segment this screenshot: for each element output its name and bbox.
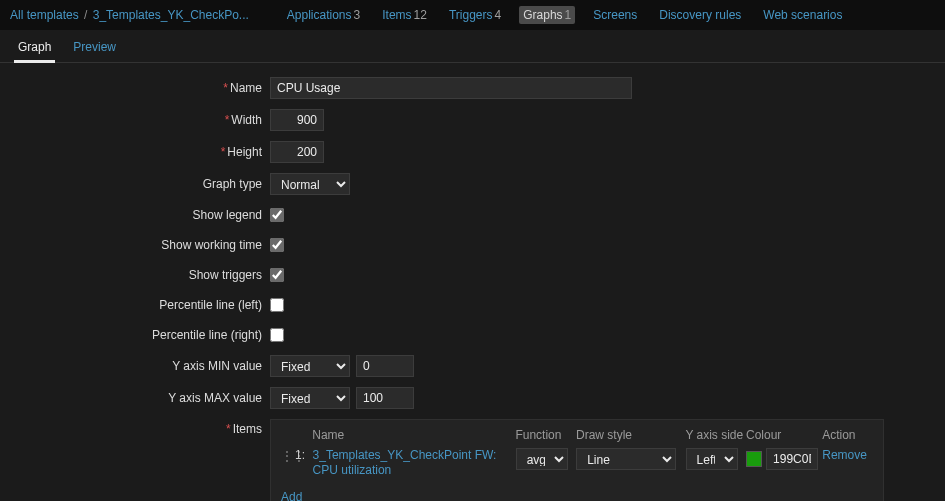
y-min-label: Y axis MIN value bbox=[14, 356, 270, 376]
items-head-name: Name bbox=[312, 428, 515, 442]
tabs: Graph Preview bbox=[0, 30, 945, 63]
width-label: *Width bbox=[14, 110, 270, 130]
item-name-link[interactable]: 3_Templates_YK_CheckPoint FW: CPU utiliz… bbox=[313, 448, 497, 477]
show-legend-checkbox[interactable] bbox=[270, 208, 284, 222]
percentile-left-label: Percentile line (left) bbox=[14, 295, 270, 315]
y-min-mode-select[interactable]: Fixed bbox=[270, 355, 350, 377]
nav-discovery-rules[interactable]: Discovery rules bbox=[655, 6, 745, 24]
graph-form: *Name *Width *Height Graph type Normal S… bbox=[0, 63, 945, 501]
top-nav: All templates / 3_Templates_YK_CheckPo..… bbox=[0, 0, 945, 30]
items-head-draw: Draw style bbox=[576, 428, 685, 442]
item-colour-input[interactable] bbox=[766, 448, 818, 470]
nav-graphs[interactable]: Graphs1 bbox=[519, 6, 575, 24]
name-input[interactable] bbox=[270, 77, 632, 99]
height-input[interactable] bbox=[270, 141, 324, 163]
item-row: ⋮⋮ 1: 3_Templates_YK_CheckPoint FW: CPU … bbox=[281, 448, 873, 478]
name-label: *Name bbox=[14, 78, 270, 98]
graph-type-select[interactable]: Normal bbox=[270, 173, 350, 195]
y-max-label: Y axis MAX value bbox=[14, 388, 270, 408]
y-min-input[interactable] bbox=[356, 355, 414, 377]
y-max-mode-select[interactable]: Fixed bbox=[270, 387, 350, 409]
show-working-time-label: Show working time bbox=[14, 235, 270, 255]
percentile-left-checkbox[interactable] bbox=[270, 298, 284, 312]
show-legend-label: Show legend bbox=[14, 205, 270, 225]
percentile-right-checkbox[interactable] bbox=[270, 328, 284, 342]
items-header: Name Function Draw style Y axis side Col… bbox=[281, 428, 873, 442]
item-add-link[interactable]: Add bbox=[281, 490, 302, 501]
graph-type-label: Graph type bbox=[14, 174, 270, 194]
item-colour-swatch[interactable] bbox=[746, 451, 762, 467]
y-max-input[interactable] bbox=[356, 387, 414, 409]
tab-graph[interactable]: Graph bbox=[14, 34, 55, 63]
item-drawstyle-select[interactable]: Line bbox=[576, 448, 676, 470]
show-triggers-checkbox[interactable] bbox=[270, 268, 284, 282]
tab-preview[interactable]: Preview bbox=[69, 34, 120, 62]
drag-handle-icon[interactable]: ⋮⋮ bbox=[281, 448, 295, 464]
nav-screens[interactable]: Screens bbox=[589, 6, 641, 24]
items-panel: Name Function Draw style Y axis side Col… bbox=[270, 419, 884, 501]
items-head-action: Action bbox=[822, 428, 873, 442]
percentile-right-label: Percentile line (right) bbox=[14, 325, 270, 345]
nav-triggers[interactable]: Triggers4 bbox=[445, 6, 505, 24]
breadcrumb-root[interactable]: All templates bbox=[10, 8, 79, 22]
show-working-time-checkbox[interactable] bbox=[270, 238, 284, 252]
items-head-colour: Colour bbox=[746, 428, 822, 442]
item-function-select[interactable]: avg bbox=[516, 448, 568, 470]
width-input[interactable] bbox=[270, 109, 324, 131]
breadcrumb-current[interactable]: 3_Templates_YK_CheckPo... bbox=[93, 8, 249, 22]
nav-web-scenarios[interactable]: Web scenarios bbox=[759, 6, 846, 24]
item-remove-link[interactable]: Remove bbox=[822, 448, 867, 462]
breadcrumb-separator: / bbox=[82, 8, 89, 22]
nav-applications[interactable]: Applications3 bbox=[283, 6, 364, 24]
show-triggers-label: Show triggers bbox=[14, 265, 270, 285]
height-label: *Height bbox=[14, 142, 270, 162]
items-label: *Items bbox=[14, 419, 270, 439]
nav-items[interactable]: Items12 bbox=[378, 6, 431, 24]
item-index: 1: bbox=[295, 448, 313, 462]
item-yaxis-select[interactable]: Left bbox=[686, 448, 738, 470]
items-head-function: Function bbox=[515, 428, 576, 442]
items-head-yaxis: Y axis side bbox=[685, 428, 746, 442]
